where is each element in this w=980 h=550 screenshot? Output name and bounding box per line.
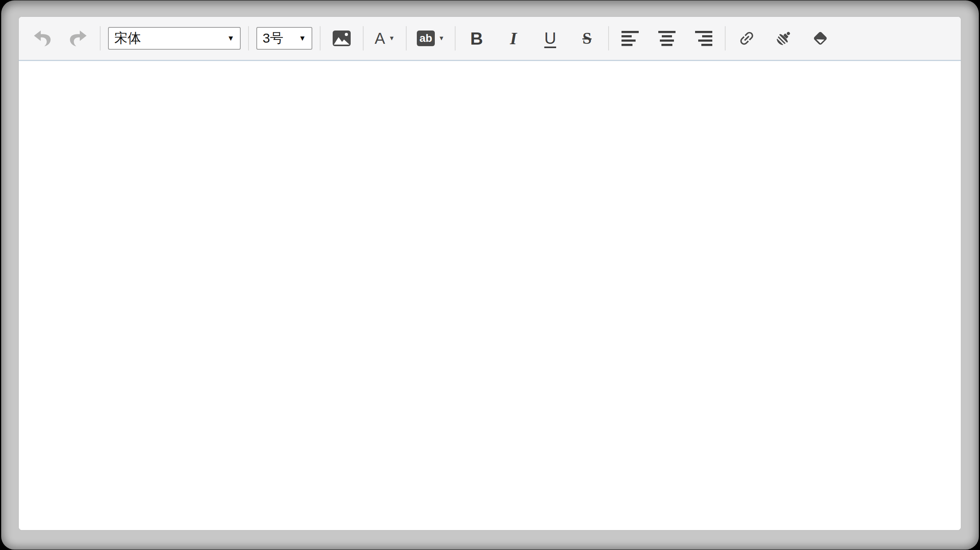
editor-content[interactable] — [19, 61, 961, 530]
toolbar-separator — [100, 26, 101, 50]
font-color-button[interactable]: A ▼ — [374, 23, 396, 54]
toolbar-separator — [363, 26, 364, 50]
eraser-button[interactable] — [809, 23, 831, 54]
highlight-color-button[interactable]: ab ▼ — [417, 23, 445, 54]
underline-icon: U — [544, 30, 556, 47]
chevron-down-icon: ▼ — [438, 35, 445, 42]
chevron-down-icon: ▼ — [389, 35, 395, 42]
toolbar-separator — [725, 26, 726, 50]
undo-icon — [33, 29, 51, 47]
insert-link-button[interactable] — [736, 23, 758, 54]
insert-image-button[interactable] — [331, 23, 353, 54]
brush-icon — [774, 29, 793, 48]
redo-icon — [70, 29, 88, 47]
bold-button[interactable]: B — [466, 23, 488, 54]
select-arrow-icon: ▼ — [299, 34, 306, 43]
align-left-icon — [622, 31, 639, 46]
toolbar-separator — [455, 26, 456, 50]
align-center-icon — [658, 31, 676, 46]
undo-button[interactable] — [31, 23, 53, 54]
font-color-icon: A — [375, 31, 385, 46]
toolbar-separator — [608, 26, 609, 50]
toolbar-separator — [406, 26, 407, 50]
image-icon — [332, 30, 351, 47]
bold-icon: B — [470, 30, 483, 47]
font-family-select[interactable]: 宋体 ▼ — [108, 27, 241, 50]
underline-button[interactable]: U — [539, 23, 561, 54]
font-family-value: 宋体 — [114, 29, 141, 47]
italic-button[interactable]: I — [503, 23, 524, 54]
rich-text-editor: 宋体 ▼ 3号 ▼ A — [19, 17, 961, 530]
align-right-icon — [695, 31, 712, 46]
editor-outer-frame: 宋体 ▼ 3号 ▼ A — [1, 0, 979, 550]
select-arrow-icon: ▼ — [227, 34, 234, 43]
redo-button[interactable] — [68, 23, 90, 54]
link-icon — [738, 29, 756, 47]
align-right-button[interactable] — [693, 23, 715, 54]
font-size-value: 3号 — [263, 29, 283, 47]
italic-icon: I — [510, 30, 517, 47]
format-brush-button[interactable] — [773, 23, 794, 54]
editor-toolbar: 宋体 ▼ 3号 ▼ A — [19, 17, 961, 61]
strikethrough-button[interactable]: S — [576, 23, 598, 54]
eraser-icon — [811, 29, 830, 48]
align-left-button[interactable] — [619, 23, 641, 54]
strikethrough-icon: S — [582, 30, 591, 47]
font-size-select[interactable]: 3号 ▼ — [256, 27, 312, 50]
align-center-button[interactable] — [656, 23, 678, 54]
highlight-icon: ab — [417, 31, 435, 46]
toolbar-separator — [320, 26, 321, 50]
toolbar-separator — [248, 26, 249, 50]
